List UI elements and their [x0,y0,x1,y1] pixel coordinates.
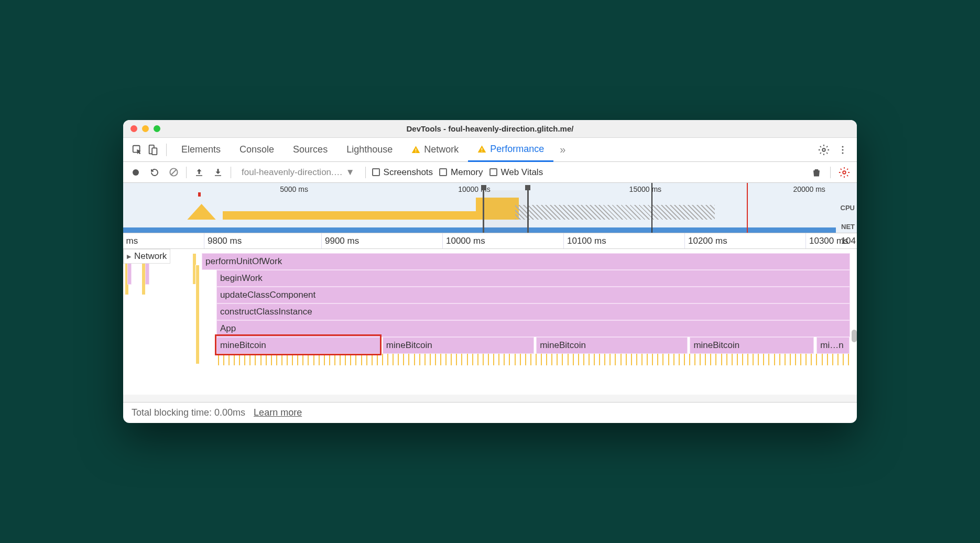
learn-more-link[interactable]: Learn more [254,407,302,418]
tick-mark [662,354,663,365]
tick-mark [652,354,653,365]
network-track-header[interactable]: ▶ Network [123,249,170,264]
tick-mark [551,354,552,365]
select-label: foul-heavenly-direction.… [242,167,343,178]
tick-mark [578,354,579,365]
warning-icon [477,145,486,154]
flame-row[interactable]: updateClassComponent [216,287,850,303]
close-icon[interactable] [130,125,137,132]
tick-mark [827,354,828,365]
ruler-tick: ms [126,236,138,246]
time-label: 20000 ms [793,185,825,193]
tick-marks [123,354,852,370]
frame-label: mineBitcoin [220,340,266,351]
maximize-icon[interactable] [154,125,160,132]
tick-mark [255,354,256,365]
tick-mark [568,354,569,365]
trash-icon[interactable] [810,166,823,179]
timeline-ruler[interactable]: ms 9800 ms 9900 ms 10000 ms 10100 ms 102… [123,233,857,249]
flame-row-minebitcoin[interactable]: mineBitcoin [383,337,534,354]
tick-mark [345,354,346,365]
tab-lighthouse[interactable]: Lighthouse [337,138,402,162]
capture-settings-gear-icon[interactable] [838,166,851,179]
frame-label: mineBitcoin [386,340,432,351]
tick-mark [456,354,457,365]
upload-icon[interactable] [193,166,205,179]
inspect-icon[interactable] [129,142,145,158]
cpu-spike [187,204,215,220]
flame-row-minebitcoin[interactable]: mi…n [816,337,850,354]
overview-marker [651,183,652,233]
tab-performance[interactable]: Performance [468,138,553,162]
tick-mark [372,354,373,365]
main-tab-bar: Elements Console Sources Lighthouse Netw… [123,138,857,162]
flame-row-minebitcoin[interactable]: mineBitcoin [690,337,813,354]
tick-mark [668,354,669,365]
tick-mark [271,354,272,365]
flame-chart[interactable]: ▶ Network performUnitOfWork beginWork up… [123,249,857,402]
tick-mark [679,354,680,365]
tick-mark [509,354,510,365]
record-button[interactable] [129,166,142,179]
tab-elements[interactable]: Elements [172,138,230,162]
vertical-scrollbar[interactable] [852,330,857,342]
time-label: 15000 ms [629,185,661,193]
tick-mark [785,354,786,365]
tick-mark [319,354,320,365]
tab-console[interactable]: Console [230,138,284,162]
tick-mark [843,354,844,365]
flame-row-minebitcoin[interactable]: mineBitcoin [536,337,688,354]
svg-rect-2 [152,148,157,155]
kebab-menu-icon[interactable] [835,142,851,158]
tab-sources[interactable]: Sources [284,138,337,162]
tick-mark [573,354,574,365]
memory-checkbox[interactable]: Memory [439,167,483,178]
flame-row[interactable]: App [216,320,850,337]
overview-selection[interactable] [483,190,529,233]
recording-select[interactable]: foul-heavenly-direction.… ▼ [237,166,359,179]
tick-mark [631,354,632,365]
overview-marker [747,183,748,233]
tick-mark [467,354,468,365]
more-tabs-chevron-icon[interactable]: » [553,144,572,156]
svg-point-7 [822,148,825,151]
flame-sliver[interactable] [195,265,200,364]
tick-mark [546,354,547,365]
reload-button[interactable] [148,166,161,179]
flame-row[interactable]: performUnitOfWork [202,253,850,270]
tick-mark [308,354,309,365]
tick-mark [599,354,600,365]
minimize-icon[interactable] [142,125,149,132]
tick-mark [583,354,584,365]
tick-mark [440,354,441,365]
tick-mark [355,354,356,365]
tick-mark [768,354,769,365]
long-task-marker [198,192,201,197]
flame-row[interactable]: beginWork [216,270,850,287]
screenshots-checkbox[interactable]: Screenshots [372,167,433,178]
tick-mark [732,354,733,365]
tick-mark [435,354,436,365]
frame-label: mi…n [820,340,843,351]
separator [166,144,167,156]
webvitals-checkbox[interactable]: Web Vitals [489,167,543,178]
clear-button[interactable] [167,166,180,179]
flame-row-minebitcoin[interactable]: mineBitcoin [216,337,380,354]
separator [231,167,231,178]
download-icon[interactable] [212,166,224,179]
window-title: DevTools - foul-heavenly-direction.glitc… [123,124,857,133]
svg-rect-13 [196,175,202,176]
tick-mark [244,354,245,365]
tab-network[interactable]: Network [402,138,468,162]
tick-mark [493,354,494,365]
device-toggle-icon[interactable] [145,142,161,158]
overview-timeline[interactable]: 5000 ms 10000 ms 15000 ms 20000 ms CPU N… [123,183,857,233]
ruler-tick: 10100 ms [567,236,606,246]
tick-mark [715,354,716,365]
flame-row[interactable]: constructClassInstance [216,303,850,320]
cpu-hatched-area [515,205,715,220]
tick-mark [350,354,351,365]
tick-mark [609,354,611,365]
settings-gear-icon[interactable] [816,142,832,158]
tick-mark [694,354,695,365]
